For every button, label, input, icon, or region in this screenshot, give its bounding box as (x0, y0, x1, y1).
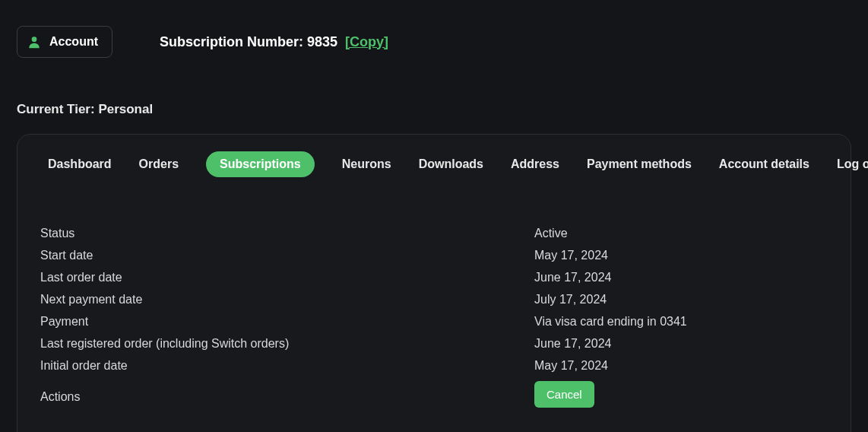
tier-label: Current Tier: (17, 102, 98, 116)
account-button-label: Account (49, 35, 98, 49)
tab-account-details[interactable]: Account details (719, 157, 809, 171)
row-last-registered: Last registered order (including Switch … (40, 337, 828, 351)
tab-log-out[interactable]: Log out (837, 157, 868, 171)
next-payment-value: July 17, 2024 (534, 293, 607, 307)
initial-order-value: May 17, 2024 (534, 359, 608, 373)
last-order-value: June 17, 2024 (534, 271, 611, 284)
subscription-details: Status Active Start date May 17, 2024 La… (17, 198, 851, 408)
account-button[interactable]: Account (17, 26, 112, 58)
cancel-button[interactable]: Cancel (534, 381, 594, 408)
subscription-label: Subscription Number: (160, 34, 307, 49)
tabs: Dashboard Orders Subscriptions Neurons D… (17, 135, 851, 198)
start-date-label: Start date (40, 249, 534, 262)
row-payment: Payment Via visa card ending in 0341 (40, 315, 828, 329)
tab-payment-methods[interactable]: Payment methods (587, 157, 692, 171)
row-next-payment: Next payment date July 17, 2024 (40, 293, 828, 307)
row-last-order: Last order date June 17, 2024 (40, 271, 828, 284)
status-value: Active (534, 227, 568, 240)
last-order-label: Last order date (40, 271, 534, 284)
subscription-title: Subscription Number: 9835 [Copy] (160, 34, 388, 50)
tab-neurons[interactable]: Neurons (342, 157, 391, 171)
tab-dashboard[interactable]: Dashboard (48, 157, 112, 171)
row-initial-order: Initial order date May 17, 2024 (40, 359, 828, 373)
initial-order-label: Initial order date (40, 359, 534, 373)
payment-label: Payment (40, 315, 534, 329)
tab-downloads[interactable]: Downloads (419, 157, 483, 171)
subscription-number: 9835 (307, 34, 337, 49)
tier-value: Personal (98, 102, 153, 116)
row-status: Status Active (40, 227, 828, 240)
row-start-date: Start date May 17, 2024 (40, 249, 828, 262)
last-registered-label: Last registered order (including Switch … (40, 337, 534, 351)
status-label: Status (40, 227, 534, 240)
next-payment-label: Next payment date (40, 293, 534, 307)
account-panel: Dashboard Orders Subscriptions Neurons D… (17, 134, 851, 432)
actions-label: Actions (40, 386, 534, 404)
current-tier: Current Tier: Personal (17, 102, 868, 117)
last-registered-value: June 17, 2024 (534, 337, 611, 351)
user-icon (27, 34, 42, 49)
copy-link[interactable]: [Copy] (345, 34, 388, 49)
row-actions: Actions Cancel (40, 381, 828, 408)
payment-value: Via visa card ending in 0341 (534, 315, 687, 329)
tab-address[interactable]: Address (511, 157, 559, 171)
start-date-value: May 17, 2024 (534, 249, 608, 262)
tab-orders[interactable]: Orders (139, 157, 179, 171)
tab-subscriptions[interactable]: Subscriptions (206, 151, 315, 177)
svg-point-0 (32, 37, 37, 42)
